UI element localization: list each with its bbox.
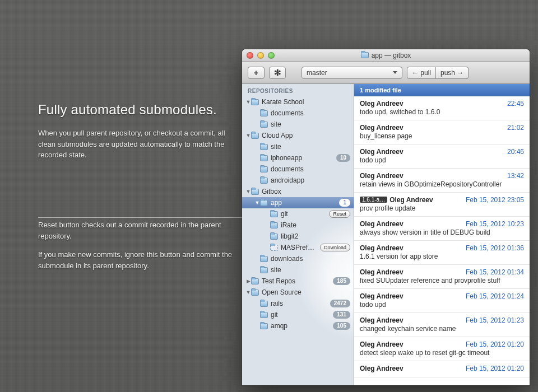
sidebar-item-site[interactable]: site [242, 141, 354, 152]
close-icon[interactable] [247, 52, 253, 59]
commit-row[interactable]: Oleg Andreev13:42retain views in GBOptim… [354, 169, 530, 193]
sidebar-item-documents[interactable]: documents [242, 164, 354, 175]
commit-row[interactable]: Oleg AndreevFeb 15, 2012 01:20detect sle… [354, 337, 530, 361]
commit-row[interactable]: Oleg AndreevFeb 15, 2012 01:24todo upd [354, 289, 530, 313]
disclosure-right-icon[interactable]: ▶ [245, 278, 251, 284]
folder-icon [251, 133, 259, 139]
branch-selector[interactable]: master [302, 67, 402, 79]
commit-time: Feb 15, 2012 23:05 [466, 196, 524, 204]
disclosure-down-icon[interactable]: ▼ [245, 290, 251, 295]
reset-button[interactable]: Reset [329, 210, 350, 218]
sidebar-item-git[interactable]: git131 [242, 309, 354, 320]
commit-time: Feb 15, 2012 01:20 [466, 340, 524, 348]
count-badge: 185 [333, 277, 350, 285]
commit-message: retain views in GBOptimizeRepositoryCont… [360, 180, 524, 188]
folder-icon [260, 312, 268, 318]
chevron-down-icon [393, 71, 397, 74]
sidebar-item-rails[interactable]: rails2472 [242, 298, 354, 309]
commit-row[interactable]: Oleg AndreevFeb 15, 2012 01:23changed ke… [354, 313, 530, 337]
sidebar-item-label: iRate [281, 221, 350, 229]
folder-icon [251, 278, 259, 284]
commit-message: fixed SUUpdater reference and provprofil… [360, 277, 524, 284]
count-badge: 105 [333, 322, 350, 330]
sidebar-item-label: git [271, 311, 333, 319]
titlebar[interactable]: app — gitbox [242, 49, 530, 62]
callout-p1: Reset button checks out a commit recorde… [38, 220, 240, 241]
commit-row[interactable]: Oleg AndreevFeb 15, 2012 01:361.6.1 vers… [354, 241, 530, 265]
sidebar-item-site[interactable]: site [242, 119, 354, 130]
app-window: app — gitbox + ✻ master ← pull push → RE… [242, 49, 530, 385]
sidebar-item-label: rails [271, 300, 330, 307]
toolbar: + ✻ master ← pull push → [242, 62, 530, 84]
commit-tag: 1.6.1-a… [360, 197, 387, 203]
sidebar: REPOSITORIES ▼Karate Schooldocumentssite… [242, 84, 354, 385]
folder-icon [260, 200, 268, 206]
sidebar-item-gitbox[interactable]: ▼Gitbox [242, 186, 354, 197]
sidebar-item-label: Test Repos [262, 277, 333, 285]
commit-row[interactable]: Oleg AndreevFeb 15, 2012 10:23always sho… [354, 217, 530, 241]
branch-name: master [307, 69, 327, 77]
folder-icon [260, 122, 268, 128]
folder-icon [260, 178, 268, 184]
sidebar-item-iphoneapp[interactable]: iphoneapp10 [242, 152, 354, 164]
commit-message: todo upd [360, 156, 524, 164]
commit-message: 1.6.1 version for app store [360, 253, 524, 260]
folder-icon [260, 110, 268, 116]
plus-icon: + [254, 68, 259, 77]
commit-author: Oleg Andreev [389, 196, 433, 204]
commit-author: Oleg Andreev [360, 365, 404, 372]
sidebar-item-libgit2[interactable]: libgit2 [242, 231, 354, 242]
sidebar-item-androidapp[interactable]: androidapp [242, 175, 354, 186]
sidebar-item-label: app [271, 199, 339, 207]
commit-row[interactable]: Oleg AndreevFeb 15, 2012 01:34fixed SUUp… [354, 265, 530, 289]
disclosure-down-icon[interactable]: ▼ [245, 189, 251, 194]
sidebar-item-app[interactable]: ▼app1 [242, 197, 354, 208]
minimize-icon[interactable] [257, 52, 264, 59]
sidebar-item-irate[interactable]: iRate [242, 220, 354, 231]
pull-button[interactable]: ← pull [407, 67, 436, 79]
commit-row[interactable]: 1.6.1-a…Oleg AndreevFeb 15, 2012 23:05pr… [354, 193, 530, 217]
sidebar-item-documents[interactable]: documents [242, 108, 354, 119]
folder-icon [361, 52, 369, 58]
commit-row[interactable]: Oleg Andreev20:46todo upd [354, 144, 530, 169]
commit-row[interactable]: Oleg AndreevFeb 15, 2012 01:20 [354, 361, 530, 377]
commit-time: 21:02 [507, 124, 524, 132]
sidebar-item-test-repos[interactable]: ▶Test Repos185 [242, 276, 354, 287]
sidebar-item-amqp[interactable]: amqp105 [242, 320, 354, 332]
sidebar-item-label: Gitbox [262, 188, 350, 195]
commit-row[interactable]: Oleg Andreev21:02buy_license page [354, 120, 530, 144]
sidebar-item-downloads[interactable]: downloads [242, 253, 354, 264]
commit-time: 13:42 [507, 172, 524, 180]
add-repo-button[interactable]: + [248, 67, 265, 79]
zoom-icon[interactable] [268, 52, 275, 59]
sidebar-item-label: site [271, 120, 350, 128]
sidebar-item-maspref-[interactable]: MASPref…Download [242, 242, 354, 253]
settings-button[interactable]: ✻ [269, 67, 286, 79]
sidebar-item-site[interactable]: site [242, 264, 354, 276]
commit-time: 20:46 [507, 148, 524, 156]
sidebar-item-karate-school[interactable]: ▼Karate School [242, 96, 354, 108]
sidebar-item-git[interactable]: gitReset [242, 208, 354, 220]
folder-icon [270, 245, 278, 251]
headline-para: When you pull parent repository, or chec… [38, 128, 240, 161]
sidebar-item-cloud-app[interactable]: ▼Cloud App [242, 130, 354, 141]
folder-icon [270, 222, 278, 228]
commit-author: Oleg Andreev [360, 100, 404, 108]
folder-icon [260, 256, 268, 262]
disclosure-down-icon[interactable]: ▼ [254, 200, 260, 206]
sidebar-item-open-source[interactable]: ▼Open Source [242, 287, 354, 298]
commit-time: Feb 15, 2012 01:24 [466, 292, 524, 300]
repo-tree: ▼Karate Schooldocumentssite▼Cloud Appsit… [242, 96, 354, 332]
commit-list[interactable]: Oleg Andreev22:45todo upd, switched to 1… [354, 96, 530, 385]
push-button[interactable]: push → [436, 67, 469, 79]
folder-icon [270, 211, 278, 217]
disclosure-down-icon[interactable]: ▼ [245, 99, 251, 105]
disclosure-down-icon[interactable]: ▼ [245, 133, 251, 138]
commit-row[interactable]: Oleg Andreev22:45todo upd, switched to 1… [354, 96, 530, 120]
traffic-lights [247, 52, 275, 59]
sidebar-item-label: site [271, 266, 350, 274]
sidebar-item-label: downloads [271, 255, 350, 263]
sidebar-item-label: iphoneapp [271, 154, 336, 162]
sidebar-item-label: Karate School [262, 98, 350, 106]
download-button[interactable]: Download [320, 244, 350, 251]
